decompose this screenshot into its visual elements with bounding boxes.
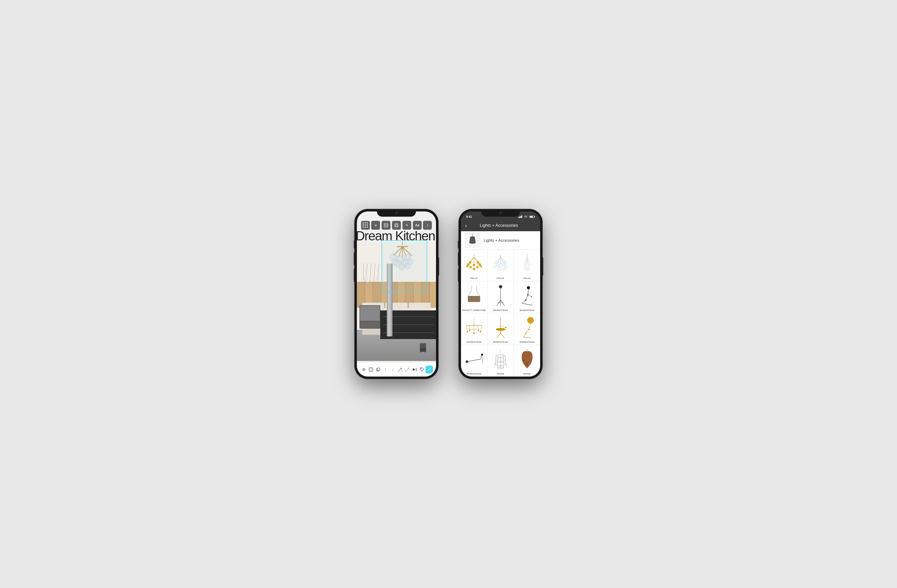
product-cell-11[interactable]: ROOM bbox=[488, 345, 514, 377]
svg-line-130 bbox=[528, 295, 531, 297]
svg-point-91 bbox=[494, 265, 497, 268]
svg-point-78 bbox=[476, 266, 479, 268]
svg-point-145 bbox=[478, 330, 479, 331]
svg-line-119 bbox=[501, 300, 504, 306]
right-phone: 9:41 bbox=[459, 209, 542, 379]
nav-title: Lights + Accessories bbox=[470, 223, 528, 228]
product-brand-8: WORKSTEAD bbox=[493, 341, 508, 343]
selection-box[interactable] bbox=[382, 240, 427, 292]
svg-point-70 bbox=[469, 261, 471, 264]
product-brand-1: PELLE bbox=[470, 277, 478, 279]
check-icon: ✓ bbox=[428, 368, 431, 372]
close-icon: ✕ bbox=[374, 224, 377, 227]
svg-line-168 bbox=[495, 356, 496, 368]
svg-point-143 bbox=[480, 331, 481, 332]
circle-x-btn[interactable]: ⊗ bbox=[360, 366, 367, 374]
product-img-2 bbox=[488, 251, 513, 277]
product-img-4 bbox=[462, 283, 486, 309]
grid-btn[interactable] bbox=[361, 221, 370, 230]
product-cell-8[interactable]: WORKSTEAD bbox=[488, 313, 514, 345]
svg-line-124 bbox=[528, 289, 528, 295]
svg-point-1 bbox=[362, 279, 365, 282]
crop2-btn[interactable] bbox=[367, 366, 375, 374]
svg-point-93 bbox=[497, 267, 501, 271]
share-btn[interactable]: ⤴ bbox=[423, 221, 432, 230]
pen-btn[interactable]: ✎ bbox=[403, 221, 411, 230]
product-brand-6: WORKSTEAD bbox=[520, 309, 534, 311]
svg-line-135 bbox=[466, 326, 467, 331]
text-icon: Aa bbox=[415, 224, 419, 227]
up-btn[interactable]: ↑ bbox=[382, 366, 389, 374]
svg-rect-43 bbox=[396, 225, 397, 226]
battery-icon bbox=[530, 216, 535, 218]
list-content: Lights + Accessories bbox=[461, 231, 540, 377]
crop-btn[interactable] bbox=[392, 221, 401, 230]
svg-point-60 bbox=[525, 217, 526, 218]
svg-line-81 bbox=[496, 257, 501, 261]
svg-line-113 bbox=[468, 291, 471, 296]
svg-point-178 bbox=[530, 358, 531, 360]
svg-point-151 bbox=[505, 327, 507, 328]
svg-line-83 bbox=[498, 257, 501, 262]
close-btn[interactable]: ✕ bbox=[371, 221, 380, 230]
svg-point-147 bbox=[496, 328, 505, 331]
product-cell-6[interactable]: WORKSTEAD bbox=[514, 281, 540, 313]
product-img-1 bbox=[462, 251, 486, 277]
product-cell-4[interactable]: Pickett Furniture bbox=[461, 281, 487, 313]
product-cell-2[interactable]: PELLE bbox=[488, 250, 514, 281]
skip-btn[interactable] bbox=[411, 366, 418, 374]
svg-line-161 bbox=[481, 355, 482, 359]
tag-btn[interactable] bbox=[418, 366, 426, 374]
svg-line-172 bbox=[505, 356, 506, 368]
svg-point-94 bbox=[503, 268, 506, 271]
product-img-7 bbox=[462, 315, 486, 341]
product-img-9 bbox=[515, 315, 539, 341]
product-img-12 bbox=[515, 347, 539, 373]
product-cell-5[interactable]: WORKSTEAD bbox=[488, 281, 514, 313]
svg-point-5 bbox=[368, 282, 372, 285]
magic2-btn[interactable] bbox=[404, 366, 411, 374]
svg-line-114 bbox=[477, 291, 480, 296]
svg-point-142 bbox=[473, 332, 475, 334]
product-cell-7[interactable]: WORKSTEAD bbox=[461, 313, 487, 345]
svg-rect-44 bbox=[369, 368, 373, 371]
svg-point-59 bbox=[421, 368, 422, 369]
back-button[interactable]: ‹ bbox=[465, 223, 467, 229]
camera-left bbox=[395, 211, 398, 214]
svg-rect-48 bbox=[377, 368, 380, 371]
product-cell-12[interactable]: ROOM bbox=[514, 345, 540, 377]
magic1-btn[interactable] bbox=[396, 366, 404, 374]
svg-line-149 bbox=[501, 333, 504, 338]
confirm-btn[interactable]: ✓ bbox=[426, 366, 433, 374]
down-btn[interactable]: ↓ bbox=[389, 366, 396, 374]
up-icon: ↑ bbox=[384, 367, 387, 372]
svg-point-122 bbox=[499, 285, 502, 288]
category-label: Lights + Accessories bbox=[484, 238, 519, 242]
product-img-11 bbox=[488, 347, 513, 373]
svg-rect-37 bbox=[384, 224, 388, 227]
svg-point-106 bbox=[529, 263, 531, 266]
wifi-icon bbox=[524, 215, 528, 218]
duplicate-btn[interactable] bbox=[375, 366, 382, 374]
product-cell-10[interactable]: WORKSTEAD bbox=[461, 345, 487, 377]
svg-line-2 bbox=[366, 263, 367, 278]
product-cell-9[interactable]: WORKSTEAD bbox=[514, 313, 540, 345]
product-cell-1[interactable]: PELLE bbox=[461, 250, 487, 281]
product-cell-3[interactable]: PELLE bbox=[514, 250, 540, 281]
svg-point-9 bbox=[377, 279, 379, 282]
svg-line-56 bbox=[409, 369, 409, 370]
toolbar-top: ✕ bbox=[357, 220, 436, 231]
left-phone: Dream Kitchen bbox=[355, 209, 438, 379]
svg-point-179 bbox=[526, 363, 528, 365]
svg-point-123 bbox=[527, 286, 530, 289]
svg-line-154 bbox=[526, 329, 529, 333]
product-brand-10: WORKSTEAD bbox=[467, 373, 482, 375]
svg-line-53 bbox=[402, 371, 403, 371]
svg-point-175 bbox=[524, 355, 526, 357]
product-img-6 bbox=[515, 283, 539, 309]
category-header: Lights + Accessories bbox=[461, 231, 540, 250]
text-btn[interactable]: Aa bbox=[413, 221, 422, 230]
mesh-btn[interactable] bbox=[382, 221, 390, 230]
product-brand-4: Pickett Furniture bbox=[462, 309, 486, 311]
svg-point-103 bbox=[525, 260, 527, 262]
